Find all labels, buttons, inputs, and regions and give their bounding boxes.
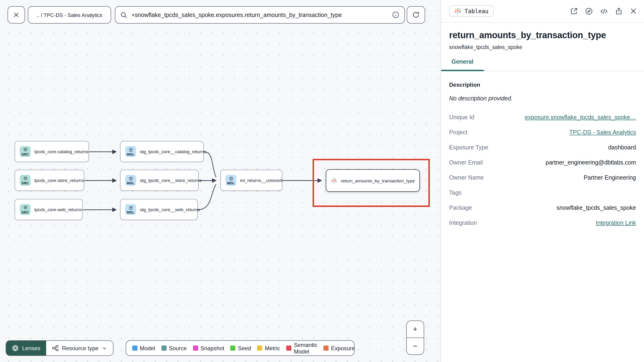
cube-icon xyxy=(128,147,133,152)
database-icon xyxy=(23,176,28,181)
field-package: Package snowflake_tpcds_sales_spoke xyxy=(449,205,636,212)
resource-type-legend: Model Source Snapshot Seed Metric Semant… xyxy=(126,340,354,356)
node-label: tpcds_core.web_returns xyxy=(34,207,82,212)
model-swatch xyxy=(132,345,138,351)
source-swatch xyxy=(161,345,166,351)
model-badge-icon: MDL xyxy=(125,175,136,186)
model-badge-icon: MDL xyxy=(125,146,136,157)
source-badge-icon: SRC xyxy=(20,175,30,186)
node-label: stg_tpcds_core__catalog_returns xyxy=(140,149,206,154)
cube-icon xyxy=(128,176,133,181)
model-badge-icon: MDL xyxy=(226,175,236,186)
external-link-icon[interactable] xyxy=(570,7,578,15)
exposure-swatch xyxy=(324,345,328,351)
node-source-web-returns[interactable]: SRC tpcds_core.web_returns xyxy=(14,199,83,220)
tableau-source-badge[interactable]: Tableau xyxy=(449,5,494,17)
node-label: int_returns__unioned xyxy=(240,178,282,183)
legend-semantic-model: Semantic Model xyxy=(286,341,317,355)
panel-actions xyxy=(570,7,638,15)
resource-type-dropdown[interactable]: Resource type xyxy=(46,341,113,355)
legend-source: Source xyxy=(161,345,187,351)
package-subtitle: snowflake_tpcds_sales_spoke xyxy=(449,44,636,50)
zoom-controls: + − xyxy=(406,320,424,355)
dbt-explorer-lineage-app: SRC tpcds_core.catalog_returns SRC tpcds… xyxy=(0,0,644,362)
metric-swatch xyxy=(257,345,262,351)
lenses-bar: Lenses Resource type xyxy=(6,340,114,356)
node-label: stg_tpcds_core__store_returns xyxy=(140,178,202,183)
model-badge-icon: MDL xyxy=(125,204,136,215)
lenses-aperture-icon xyxy=(12,344,19,352)
cube-icon xyxy=(128,205,133,210)
page-title: return_amounts_by_transaction_type xyxy=(449,30,636,41)
lineage-canvas[interactable]: SRC tpcds_core.catalog_returns SRC tpcds… xyxy=(0,0,441,362)
chevron-down-icon xyxy=(102,345,107,351)
panel-header: Tableau xyxy=(441,0,644,23)
node-stg-store-returns[interactable]: MDL stg_tpcds_core__store_returns xyxy=(120,170,199,191)
field-owner-name: Owner Name Partner Engineering xyxy=(449,174,636,182)
legend-snapshot: Snapshot xyxy=(193,345,224,351)
node-source-catalog-returns[interactable]: SRC tpcds_core.catalog_returns xyxy=(14,141,89,162)
panel-tabs: General xyxy=(441,58,644,71)
metadata-fields: Unique Id exposure.snowflake_tpcds_sales… xyxy=(449,114,636,227)
node-int-returns-unioned[interactable]: MDL int_returns__unioned xyxy=(220,170,282,191)
compass-icon[interactable] xyxy=(585,7,593,15)
database-icon xyxy=(23,147,28,152)
cube-icon xyxy=(228,176,233,181)
zoom-out-button[interactable]: − xyxy=(407,338,424,354)
zoom-in-button[interactable]: + xyxy=(407,321,424,338)
legend-seed: Seed xyxy=(230,345,251,351)
exposure-type-value: dashboard xyxy=(608,144,636,151)
node-label: tpcds_core.store_returns xyxy=(34,178,84,183)
integration-link[interactable]: Integration Link xyxy=(596,220,636,226)
node-stg-web-returns[interactable]: MDL stg_tpcds_core__web_returns xyxy=(120,199,198,220)
project-link[interactable]: TPC-DS - Sales Analytics xyxy=(570,129,636,136)
snapshot-swatch xyxy=(193,345,198,351)
description-heading: Description xyxy=(449,82,636,88)
legend-exposure: Exposure xyxy=(324,345,355,351)
legend-model: Model xyxy=(132,345,155,351)
share-icon[interactable] xyxy=(615,7,623,15)
legend-metric: Metric xyxy=(257,345,280,351)
details-panel: Tableau return_amounts_by_transaction_ty xyxy=(441,0,644,362)
node-label: stg_tpcds_core__web_returns xyxy=(140,207,200,212)
field-unique-id: Unique Id exposure.snowflake_tpcds_sales… xyxy=(449,114,636,122)
tableau-icon xyxy=(454,8,461,15)
database-icon xyxy=(23,205,28,210)
node-stg-catalog-returns[interactable]: MDL stg_tpcds_core__catalog_returns xyxy=(120,141,204,162)
owner-name-value: Partner Engineering xyxy=(584,174,636,181)
lenses-button[interactable]: Lenses xyxy=(6,341,46,355)
tab-general[interactable]: General xyxy=(441,58,484,71)
seed-swatch xyxy=(230,345,236,351)
resource-type-icon xyxy=(52,344,58,352)
field-exposure-type: Exposure Type dashboard xyxy=(449,144,636,152)
field-integration: Integration Integration Link xyxy=(449,220,636,227)
unique-id-link[interactable]: exposure.snowflake_tpcds_sales_spoke… xyxy=(525,114,636,121)
node-label: tpcds_core.catalog_returns xyxy=(34,149,88,154)
node-label: return_amounts_by_transaction_type xyxy=(341,178,415,183)
package-value: snowflake_tpcds_sales_spoke xyxy=(556,205,636,211)
node-source-store-returns[interactable]: SRC tpcds_core.store_returns xyxy=(14,170,84,191)
field-tags: Tags xyxy=(449,190,636,197)
close-panel-icon[interactable] xyxy=(630,7,638,15)
code-icon[interactable] xyxy=(600,7,608,15)
panel-body: return_amounts_by_transaction_type snowf… xyxy=(441,23,644,227)
field-project: Project TPC-DS - Sales Analytics xyxy=(449,129,636,137)
owner-email-value: partner_engineering@dbtlabs.com xyxy=(546,159,636,166)
tableau-icon xyxy=(331,176,337,185)
field-owner-email: Owner Email partner_engineering@dbtlabs.… xyxy=(449,159,636,167)
node-exposure-return-amounts[interactable]: return_amounts_by_transaction_type xyxy=(326,169,420,192)
description-empty-text: No description provided. xyxy=(449,95,636,102)
semantic-model-swatch xyxy=(286,345,292,351)
source-badge-icon: SRC xyxy=(20,146,30,157)
source-badge-icon: SRC xyxy=(20,204,30,215)
